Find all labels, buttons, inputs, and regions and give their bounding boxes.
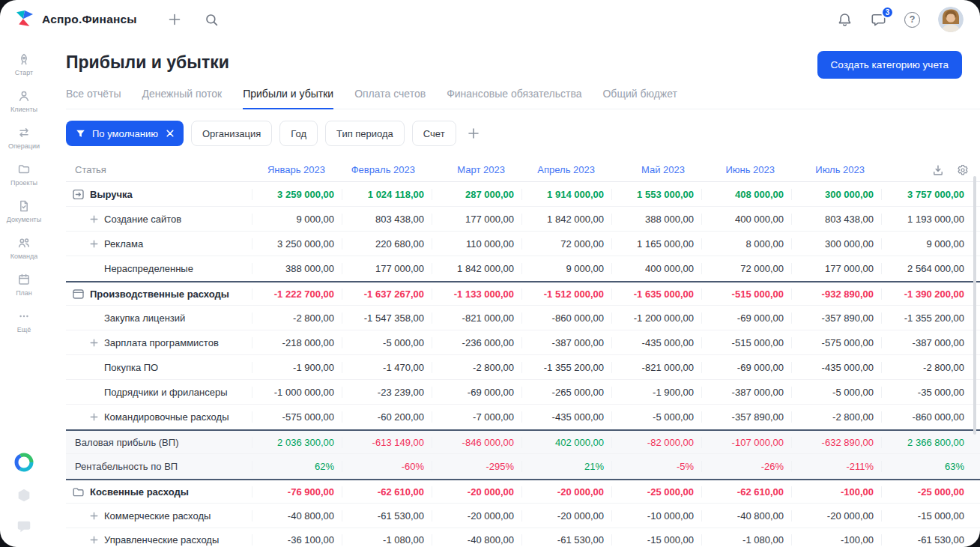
cell-value: -60 200,00 (342, 411, 432, 423)
tab-bill-payments[interactable]: Оплата счетов (354, 88, 426, 109)
cell-value: 2 036 300,00 (252, 437, 342, 448)
expand-plus-icon[interactable] (90, 215, 98, 223)
table-row[interactable]: Валовая прибыль (ВП)2 036 300,00-613 149… (66, 429, 980, 454)
row-label-cell: Закупка лицензий (66, 312, 252, 324)
settings-gear-icon[interactable] (957, 164, 969, 176)
cell-value: 803 438,00 (791, 214, 881, 225)
row-label: Рентабельность по ВП (75, 461, 178, 472)
clear-filter-icon[interactable] (166, 130, 174, 137)
sidebar-item-projects[interactable]: Проекты (0, 157, 48, 193)
cell-value: -100,00 (791, 486, 881, 498)
add-filter-icon[interactable] (467, 127, 480, 140)
sidebar-extra-icon-2[interactable] (16, 519, 32, 535)
cell-value: 2 564 000,00 (881, 263, 980, 274)
download-icon[interactable] (932, 164, 944, 176)
cell-value: -821 000,00 (611, 362, 701, 373)
aspro-round-logo-icon[interactable] (14, 453, 34, 472)
sidebar-item-plan[interactable]: План (0, 267, 48, 303)
cell-value: -1 222 700,00 (252, 288, 342, 300)
table-row[interactable]: Реклама3 250 000,00220 680,00110 000,007… (66, 232, 980, 256)
row-label-cell: Рентабельность по ВП (66, 461, 252, 472)
expand-plus-icon[interactable] (90, 339, 98, 347)
aspro-logo-icon (15, 10, 34, 29)
filter-chip-period-type[interactable]: Тип периода (325, 121, 405, 146)
messages-icon[interactable]: 3 (871, 12, 886, 28)
table-row[interactable]: Закупка лицензий-2 800,00-1 547 358,00-8… (66, 306, 980, 330)
table-row[interactable]: Управленческие расходы-36 100,00-1 080,0… (66, 528, 980, 547)
sidebar-extra-icon-1[interactable] (16, 487, 32, 504)
notifications-bell-icon[interactable] (837, 12, 853, 28)
filter-chip-organization[interactable]: Организация (191, 121, 272, 146)
table-row[interactable]: Подрядчики и фрилансеры-1 000 000,00-23 … (66, 380, 980, 405)
sidebar-item-more[interactable]: Ещё (0, 303, 48, 340)
filter-chip-account[interactable]: Счет (412, 121, 456, 146)
cell-value: 1 165 000,00 (611, 238, 701, 250)
table-row[interactable]: Создание сайтов9 000,00803 438,00177 000… (66, 207, 980, 232)
expand-plus-icon[interactable] (90, 240, 98, 248)
tab-profit-loss[interactable]: Прибыли и убытки (243, 88, 333, 109)
row-indent (90, 314, 98, 322)
sidebar-item-label: Клиенты (10, 106, 37, 113)
cell-value: -2 800,00 (791, 411, 881, 423)
cell-value: -1 635 000,00 (611, 288, 701, 300)
table-row[interactable]: Рентабельность по ВП62%-60%-295%21%-5%-2… (66, 454, 980, 479)
cell-value: -20 000,00 (521, 486, 611, 498)
sidebar-item-operations[interactable]: Операции (0, 120, 48, 157)
table-row[interactable]: Нераспределенные388 000,00177 000,001 84… (66, 256, 980, 281)
user-avatar[interactable] (938, 7, 964, 32)
cell-value: 3 757 000,00 (881, 189, 980, 200)
documents-icon (17, 199, 31, 213)
table-row[interactable]: Производственные расходы-1 222 700,00-1 … (66, 281, 980, 306)
cell-value: -10 000,00 (611, 510, 701, 522)
cell-value: -69 000,00 (701, 312, 791, 324)
sidebar-item-documents[interactable]: Документы (0, 193, 48, 230)
clients-icon (17, 89, 31, 103)
table-row[interactable]: Покупка ПО-1 900,00-1 470,00-2 800,00-1 … (66, 355, 980, 380)
cell-value: -60% (342, 461, 432, 472)
cell-value: -20 000,00 (432, 510, 521, 522)
expand-plus-icon[interactable] (90, 536, 98, 544)
cell-value: -61 530,00 (881, 534, 980, 546)
tab-all-reports[interactable]: Все отчёты (66, 88, 121, 109)
cell-value: -932 890,00 (791, 288, 881, 300)
search-icon[interactable] (205, 13, 219, 27)
table-row[interactable]: Косвенные расходы-76 900,00-62 610,00-20… (66, 479, 980, 504)
cell-value: -40 800,00 (432, 534, 521, 546)
cell-value: -35 000,00 (881, 387, 980, 398)
cell-value: 63% (881, 461, 980, 472)
cell-value: 1 193 000,00 (881, 214, 980, 225)
table-row[interactable]: Выручка3 259 000,001 024 118,00287 000,0… (66, 182, 980, 207)
cell-value: -1 470,00 (342, 362, 432, 373)
table-row[interactable]: Коммерческие расходы-40 800,00-61 530,00… (66, 504, 980, 528)
cell-value: -23 239,00 (342, 387, 432, 398)
tab-liabilities[interactable]: Финансовые обязательства (447, 88, 581, 109)
tab-cash-flow[interactable]: Денежный поток (142, 88, 222, 109)
sidebar-item-clients[interactable]: Клиенты (0, 83, 48, 120)
create-category-button[interactable]: Создать категорию учета (817, 51, 962, 79)
cell-value: -20 000,00 (432, 486, 521, 498)
table-row[interactable]: Командировочные расходы-575 000,00-60 20… (66, 405, 980, 429)
table-row[interactable]: Зарплата программистов-218 000,00-5 000,… (66, 330, 980, 355)
cell-value: 220 680,00 (342, 238, 432, 250)
sidebar-item-team[interactable]: Команда (0, 230, 48, 267)
cell-value: -15 000,00 (611, 534, 701, 546)
cell-value: -1 512 000,00 (521, 288, 611, 300)
cell-value: 400 000,00 (611, 263, 701, 274)
help-icon[interactable] (904, 12, 920, 28)
sidebar-item-start[interactable]: Старт (0, 46, 48, 83)
row-label: Коммерческие расходы (104, 510, 211, 522)
expand-plus-icon[interactable] (90, 512, 98, 520)
cell-value: -1 080,00 (701, 534, 791, 546)
scrollbar[interactable] (973, 176, 976, 435)
filter-preset-button[interactable]: По умолчанию (66, 121, 184, 146)
global-add-icon[interactable] (167, 12, 182, 27)
sidebar-item-label: Команда (10, 253, 38, 260)
cell-value: -821 000,00 (432, 312, 521, 324)
tab-total-budget[interactable]: Общий бюджет (602, 88, 677, 109)
row-label: Валовая прибыль (ВП) (75, 437, 178, 448)
expand-plus-icon[interactable] (90, 413, 98, 421)
cell-value: -20 000,00 (521, 510, 611, 522)
cell-value: -515 000,00 (701, 288, 791, 300)
cell-value: -211% (791, 461, 881, 472)
filter-chip-year[interactable]: Год (279, 121, 318, 146)
